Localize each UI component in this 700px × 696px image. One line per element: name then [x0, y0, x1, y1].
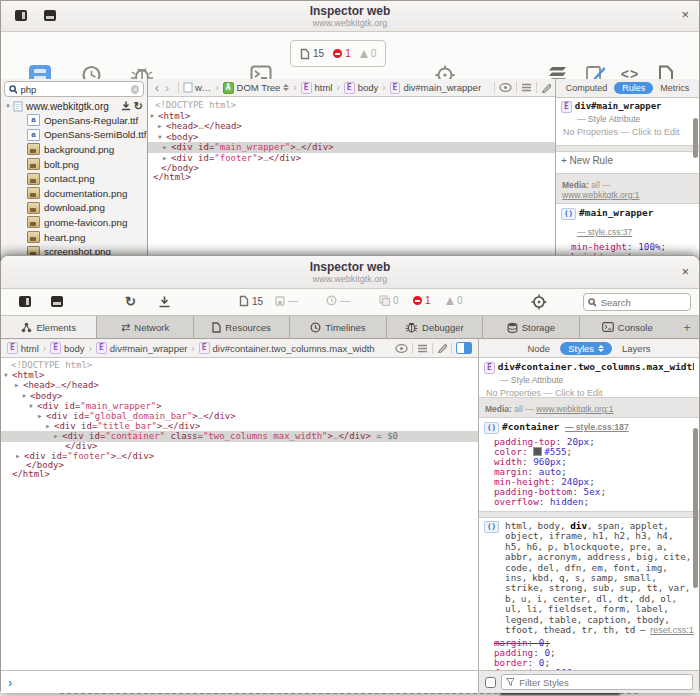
dom-tree-row[interactable]: ▼<body>: [1, 391, 478, 401]
tab-rules[interactable]: Rules: [614, 82, 653, 94]
file-item[interactable]: aOpenSans-SemiBold.ttf: [1, 128, 147, 143]
top-status-box[interactable]: 15 1 0: [290, 40, 386, 67]
scrollbar-thumb[interactable]: [693, 428, 698, 588]
console-input[interactable]: [16, 676, 478, 689]
filter-styles-field[interactable]: [501, 674, 693, 690]
dom-tree-row[interactable]: ▶<head>…</head>: [1, 380, 478, 390]
dom-tree-row[interactable]: </html>: [1, 470, 478, 479]
dom-tree-row[interactable]: ▼<div id="main_wrapper">: [1, 401, 478, 411]
reload-icon[interactable]: ↻: [134, 101, 143, 111]
sidebar-toggle-icon[interactable]: [456, 342, 472, 354]
tab-resources[interactable]: Resources: [194, 316, 290, 338]
nav-back-icon[interactable]: ‹: [155, 81, 159, 95]
file-item[interactable]: contact.png: [1, 171, 147, 186]
tab-node[interactable]: Node: [527, 343, 550, 354]
file-item[interactable]: background.png: [1, 142, 147, 157]
dom-tree-row[interactable]: ▼<html>: [1, 370, 478, 380]
chevron-down-icon[interactable]: ▼: [150, 111, 158, 121]
rule-main-wrapper[interactable]: ()#main_wrapper — style.css:37 min-heigh…: [556, 203, 699, 261]
quick-console[interactable]: ›: [1, 671, 479, 693]
dom-tree-row[interactable]: <!DOCTYPE html>: [148, 101, 555, 111]
style-attr-empty[interactable]: No Properties — Click to Edit: [486, 388, 694, 398]
dom-tree-row[interactable]: ▼<body>: [148, 132, 555, 143]
rule-source-link[interactable]: — style.css:37: [577, 227, 632, 237]
breadcrumb-html[interactable]: Ehtml: [301, 82, 333, 94]
dom-tree-row[interactable]: ▶<div id="title_bar">…</div>: [1, 421, 478, 431]
media-link[interactable]: www.webkitgtk.org:1: [562, 190, 639, 200]
dom-tree-row[interactable]: </body>: [1, 461, 478, 470]
dom-tree-row[interactable]: </body>: [148, 164, 555, 174]
download-icon[interactable]: [121, 101, 131, 111]
sidebar-root-label[interactable]: www.webkitgtk.org: [26, 101, 121, 112]
file-item[interactable]: aOpenSans-Regular.ttf: [1, 113, 147, 128]
dock-to-side-icon[interactable]: [15, 10, 27, 21]
breadcrumb-container[interactable]: Ediv#container.two_columns.max_width: [199, 342, 375, 354]
chevron-right-icon[interactable]: ▶: [158, 121, 166, 131]
chevron-right-icon[interactable]: ▶: [15, 380, 23, 389]
breadcrumb-body[interactable]: Ebody: [50, 342, 84, 354]
tab-timelines[interactable]: Timelines: [290, 316, 386, 338]
style-attribute-section[interactable]: Ediv#main_wrapper — Style Attribute No P…: [556, 98, 699, 146]
nav-forward-icon[interactable]: ›: [165, 81, 169, 95]
top-headerbar[interactable]: Inspector web www.webkitgtk.org ×: [1, 1, 699, 32]
tab-network[interactable]: ⇄ Network: [97, 316, 193, 338]
tab-elements[interactable]: Elements: [1, 316, 97, 338]
sidebar-search-input[interactable]: [19, 83, 132, 96]
inspect-icon[interactable]: [531, 294, 547, 310]
css-property[interactable]: overflow: hidden;: [494, 497, 694, 507]
close-icon[interactable]: ×: [681, 8, 689, 21]
dom-tree-row[interactable]: ▶<div id="footer">…</div>: [148, 153, 555, 164]
breadcrumb-html[interactable]: Ehtml: [7, 342, 39, 354]
file-item[interactable]: bolt.png: [1, 157, 147, 172]
file-item[interactable]: heart.png: [1, 230, 147, 245]
rule-container[interactable]: ()#container — style.css:187 padding-top…: [479, 417, 699, 512]
tab-computed[interactable]: Computed: [566, 83, 608, 93]
document-count[interactable]: 15: [239, 295, 263, 307]
chevron-down-icon[interactable]: ▼: [29, 401, 37, 410]
rule-props-container[interactable]: padding-top: 20px;color: #555;width: 960…: [494, 437, 694, 507]
filter-checkbox[interactable]: [485, 677, 496, 688]
dock-to-bottom-icon[interactable]: [44, 10, 56, 21]
list-icon[interactable]: [521, 83, 532, 92]
download-icon[interactable]: [159, 296, 170, 308]
style-attr-empty[interactable]: No Properties — Click to Edit: [563, 127, 694, 137]
dom-tree-row[interactable]: </div>: [1, 442, 478, 451]
chevron-right-icon[interactable]: ▶: [38, 411, 46, 420]
file-item[interactable]: download.png: [1, 201, 147, 216]
chevron-right-icon[interactable]: ▶: [163, 153, 171, 163]
rule-source-link[interactable]: reset.css:1: [650, 625, 694, 635]
file-item[interactable]: gnome-favicon.png: [1, 215, 147, 230]
breadcrumb-body[interactable]: Ebody: [344, 82, 378, 94]
sidebar-search[interactable]: ×: [4, 81, 144, 97]
tab-console[interactable]: Console: [580, 316, 675, 338]
pencil-icon[interactable]: [437, 343, 447, 353]
list-icon[interactable]: [417, 344, 428, 353]
tab-styles[interactable]: Styles: [560, 342, 612, 355]
chevron-right-icon[interactable]: ▶: [16, 451, 24, 460]
chevron-down-icon[interactable]: ▼: [4, 370, 12, 379]
breadcrumb-page[interactable]: w…: [183, 82, 211, 93]
filter-styles-input[interactable]: [517, 676, 688, 689]
dock-to-side-icon[interactable]: [19, 296, 31, 307]
dom-tree-row[interactable]: </html>: [148, 173, 555, 183]
tab-storage[interactable]: Storage: [483, 316, 579, 338]
css-property[interactable]: font-size: 100%;: [494, 668, 694, 670]
chevron-right-icon[interactable]: ▶: [46, 421, 54, 430]
rule-reset[interactable]: () html, body, div, span, applet, object…: [479, 517, 699, 670]
bottom-headerbar[interactable]: Inspector web www.webkitgtk.org ×: [1, 256, 699, 289]
dom-tree-row[interactable]: ▶<div id="main_wrapper">…</div>: [148, 142, 555, 153]
clear-search-icon[interactable]: ×: [131, 85, 139, 94]
chevron-right-icon[interactable]: ▶: [163, 142, 171, 152]
dom-tree-row[interactable]: ▶<head>…</head>: [148, 121, 555, 132]
close-icon[interactable]: ×: [681, 265, 689, 278]
chevron-right-icon[interactable]: ▶: [54, 431, 62, 440]
dom-tree-row[interactable]: ▶<div id="global_domain_bar">…</div>: [1, 411, 478, 421]
eye-icon[interactable]: [499, 83, 512, 92]
error-count[interactable]: 1: [413, 295, 431, 306]
warning-count[interactable]: 0: [446, 295, 463, 306]
tab-layers[interactable]: Layers: [622, 343, 651, 354]
chevron-down-icon[interactable]: ▼: [22, 391, 30, 400]
tab-metrics[interactable]: Metrics: [660, 83, 689, 93]
dom-tree-row[interactable]: ▶<div id="footer">…</div>: [1, 451, 478, 461]
dom-tree-row[interactable]: ▼<html>: [148, 111, 555, 122]
